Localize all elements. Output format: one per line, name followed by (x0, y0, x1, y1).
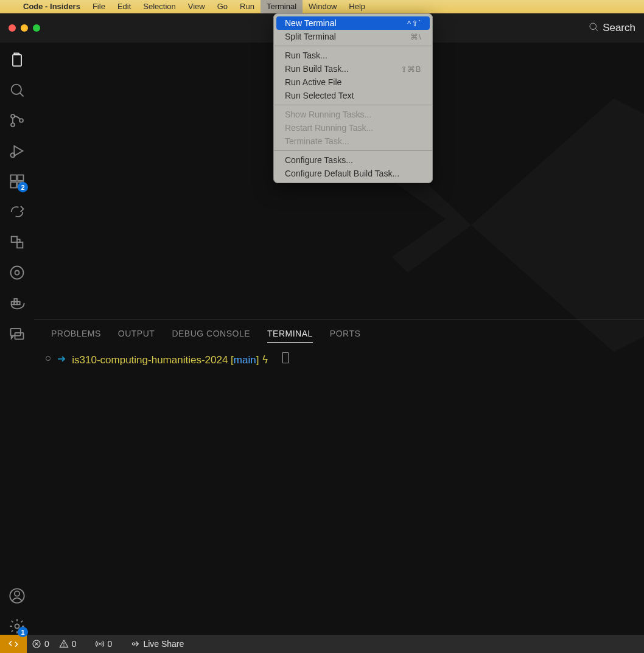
menu-item-shortcut: ^⇧` (407, 19, 421, 28)
svg-point-3 (12, 85, 21, 94)
panel-tabs: PROBLEMS OUTPUT DEBUG CONSOLE TERMINAL P… (34, 320, 644, 349)
menu-item-terminate-task: Terminate Task... (276, 134, 430, 148)
svg-point-6 (11, 123, 15, 127)
terminal-cursor (282, 352, 289, 363)
share-icon[interactable] (9, 203, 26, 220)
svg-point-0 (590, 23, 597, 30)
window-controls (0, 24, 40, 32)
menu-item-label: Run Build Task... (285, 64, 349, 74)
menu-run[interactable]: Run (234, 0, 261, 13)
svg-rect-21 (14, 299, 17, 302)
search-label: Search (603, 22, 635, 34)
status-warnings[interactable]: 0 (54, 639, 82, 649)
live-share-icon (130, 639, 140, 649)
menu-edit[interactable]: Edit (111, 0, 137, 13)
prompt-bolt-icon: ϟ (262, 354, 268, 366)
tab-problems[interactable]: PROBLEMS (51, 329, 101, 343)
antenna-icon (95, 639, 105, 649)
account-icon[interactable] (9, 587, 26, 604)
menu-item-restart-running-task: Restart Running Task... (276, 121, 430, 134)
live-share-label: Live Share (143, 639, 184, 649)
tab-debug-console[interactable]: DEBUG CONSOLE (172, 329, 250, 343)
error-icon (32, 639, 41, 649)
remote-indicator[interactable] (0, 635, 27, 653)
minimize-icon[interactable] (21, 24, 28, 32)
svg-rect-14 (12, 237, 17, 242)
svg-rect-11 (11, 182, 16, 187)
prompt-directory: is310-computing-humanities-2024 (72, 354, 228, 366)
svg-point-33 (133, 643, 135, 645)
run-debug-icon[interactable] (9, 142, 26, 159)
menu-item-new-terminal[interactable]: New Terminal ^⇧` (276, 16, 430, 30)
tab-terminal[interactable]: TERMINAL (267, 329, 313, 343)
svg-rect-13 (18, 175, 23, 181)
prompt-status-icon: ○ (45, 352, 51, 365)
settings-gear-icon[interactable]: 1 (9, 618, 26, 635)
remote-explorer-icon[interactable] (9, 234, 26, 251)
menu-view[interactable]: View (182, 0, 211, 13)
menu-item-run-active-file[interactable]: Run Active File (276, 75, 430, 89)
source-control-icon[interactable] (9, 112, 26, 129)
maximize-icon[interactable] (33, 24, 40, 32)
search-icon (588, 21, 599, 35)
extensions-icon[interactable]: 2 (9, 173, 26, 190)
app-name[interactable]: Code - Insiders (17, 2, 86, 11)
extensions-badge: 2 (18, 182, 28, 192)
menu-item-label: Show Running Tasks... (285, 110, 371, 119)
menu-item-label: Run Selected Text (285, 91, 354, 100)
svg-rect-10 (11, 175, 16, 181)
comments-icon[interactable] (9, 325, 26, 342)
mac-menubar: Code - Insiders File Edit Selection View… (0, 0, 644, 13)
tab-ports[interactable]: PORTS (330, 329, 360, 343)
menu-go[interactable]: Go (211, 0, 234, 13)
svg-point-26 (15, 624, 19, 629)
svg-point-7 (19, 119, 23, 122)
svg-point-16 (11, 267, 24, 279)
close-icon[interactable] (9, 24, 16, 32)
svg-line-1 (595, 29, 598, 31)
svg-point-5 (11, 114, 15, 118)
warning-icon (59, 639, 69, 649)
command-center-search[interactable]: Search (588, 21, 635, 35)
menu-item-label: Run Active File (285, 77, 341, 87)
activity-bar: 2 1 (0, 43, 34, 635)
menu-item-run-build-task[interactable]: Run Build Task... ⇧⌘B (276, 62, 430, 75)
menu-item-run-task[interactable]: Run Task... (276, 49, 430, 62)
menu-item-shortcut: ⌘\ (410, 32, 421, 41)
status-errors[interactable]: 0 (27, 639, 54, 649)
menu-item-label: Restart Running Task... (285, 123, 373, 133)
menu-separator (274, 105, 432, 105)
menu-selection[interactable]: Selection (137, 0, 181, 13)
menu-item-split-terminal[interactable]: Split Terminal ⌘\ (276, 30, 430, 43)
bottom-panel: PROBLEMS OUTPUT DEBUG CONSOLE TERMINAL P… (34, 320, 644, 635)
menu-item-configure-tasks[interactable]: Configure Tasks... (276, 153, 430, 167)
svg-rect-15 (17, 242, 23, 248)
menu-separator (274, 46, 432, 46)
menu-item-configure-default-build-task[interactable]: Configure Default Build Task... (276, 167, 430, 180)
warnings-count: 0 (72, 639, 77, 649)
menu-item-run-selected-text[interactable]: Run Selected Text (276, 89, 430, 102)
prompt-branch: main (234, 354, 256, 366)
menu-file[interactable]: File (86, 0, 111, 13)
svg-marker-8 (14, 146, 23, 156)
status-live-share[interactable]: Live Share (125, 639, 189, 649)
settings-badge: 1 (18, 627, 28, 637)
menu-window[interactable]: Window (303, 0, 343, 13)
explorer-icon[interactable] (9, 51, 26, 68)
menu-item-label: Configure Tasks... (285, 155, 353, 165)
svg-line-4 (20, 93, 24, 97)
status-ports[interactable]: 0 (90, 639, 117, 649)
menu-terminal[interactable]: Terminal (261, 0, 303, 13)
search-icon[interactable] (9, 82, 26, 99)
menu-item-label: Split Terminal (285, 32, 336, 41)
tab-output[interactable]: OUTPUT (118, 329, 155, 343)
docker-icon[interactable] (9, 295, 26, 312)
svg-rect-22 (11, 329, 21, 336)
svg-rect-2 (13, 55, 21, 66)
prompt-arrow-icon: ➜ (57, 352, 66, 365)
menu-item-show-running-tasks: Show Running Tasks... (276, 108, 430, 121)
terminal-body[interactable]: ○ ➜ is310-computing-humanities-2024 [mai… (34, 349, 644, 635)
menu-help[interactable]: Help (343, 0, 371, 13)
errors-count: 0 (44, 639, 49, 649)
github-icon[interactable] (9, 264, 26, 281)
